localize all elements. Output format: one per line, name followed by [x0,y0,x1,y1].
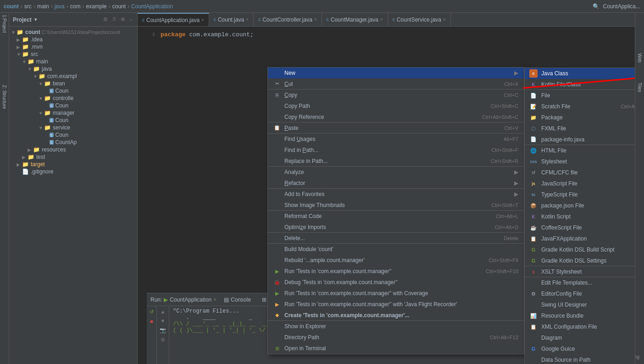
submenu-gradle-settings[interactable]: G Gradle Kotlin DSL Settings [525,255,635,266]
tab-count[interactable]: c Count.java × [209,13,254,27]
menu-item-create-tests[interactable]: ◆ Create 'Tests in 'com.example.count.ma… [268,310,524,321]
submenu-xslt[interactable]: x XSLT Stylesheet [525,266,635,277]
tree-item-src[interactable]: ▼ 📁 src [9,50,137,58]
submenu-js[interactable]: js JavaScript File [525,178,635,189]
restart-button[interactable]: ↺ [149,308,155,316]
submenu-editor-config[interactable]: ⚙ EditorConfig File [525,288,635,299]
search-icon[interactable]: 🔍 [593,3,600,10]
tab-close-button[interactable]: × [443,17,446,22]
submenu-ts[interactable]: ts TypeScript File [525,189,635,200]
submenu-xml[interactable]: 📋 XML Configuration File ▶ [525,321,635,332]
stop-button[interactable]: ■ [149,318,155,325]
scroll-down-button[interactable]: ▼ [159,317,167,325]
submenu-html[interactable]: 🌐 HTML File [525,145,635,156]
submenu-pkg-json[interactable]: 📦 package.json File [525,200,635,211]
bottom-tab-console[interactable]: ▤ Console [220,296,255,304]
tab-countcontroller[interactable]: c CountController.java × [254,13,322,27]
menu-item-debug[interactable]: 🐞 Debug 'Tests in 'com.example.count.man… [268,277,524,288]
menu-item-new[interactable]: New ▶ [268,67,524,78]
panel-settings-button[interactable]: ⚙ [120,16,126,23]
tree-item-test[interactable]: ▶ 📁 test [9,153,137,161]
project-tree[interactable]: ▼ 📁 count C:\Users\86151\IdeaProjects\co… [9,27,137,364]
menu-item-show-explorer[interactable]: Show in Explorer [268,321,524,332]
tree-item-resources[interactable]: ▶ 📁 resources [9,146,137,153]
menu-item-find-path[interactable]: Find in Path... Ctrl+Shift+F [268,145,524,156]
tree-item-countapp[interactable]: c CountAp [9,139,137,146]
tab-countmanager[interactable]: c CountManager.java × [322,13,388,27]
submenu-java-class[interactable]: c Java Class [525,68,635,79]
menu-item-copy-path[interactable]: Copy Path Ctrl+Shift+C [268,101,524,112]
tree-item-coun-ctrl[interactable]: c Coun [9,102,137,109]
run-close-btn[interactable]: × [213,297,217,303]
sites-tab[interactable]: Tiles [637,83,642,92]
submenu-edit-templates[interactable]: Edit File Templates... [525,277,635,288]
submenu-javafx[interactable]: 📋 JavaFXApplication [525,233,635,244]
menu-item-find-usages[interactable]: Find Usages Alt+F7 [268,134,524,145]
menu-item-optimize[interactable]: Optimize Imports Ctrl+Alt+O [268,222,524,233]
menu-item-run-tests[interactable]: ▶ Run 'Tests in 'com.example.count.manag… [268,266,524,277]
submenu-kotlin-class[interactable]: K Kotlin File/Class [525,79,635,90]
submenu-stylesheet[interactable]: css Stylesheet [525,156,635,167]
tree-item-manager[interactable]: ▼ 📁 manager [9,109,137,117]
panel-gear-button[interactable]: ⚙ [102,16,109,23]
menu-item-run-flight[interactable]: ▶ Run 'Tests in 'com.example.count.manag… [268,299,524,310]
tab-close-button[interactable]: × [314,17,317,22]
tab-countservice[interactable]: c CountService.java × [388,13,451,27]
tab-countapplication[interactable]: c CountApplication.java × [138,13,209,27]
panel-layout-button[interactable]: ⠿ [111,16,117,23]
panel-minimize-button[interactable]: − [129,16,133,23]
tree-item-bean[interactable]: ▼ 📁 bean [9,80,137,87]
menu-item-terminal[interactable]: ⊞ Open in Terminal [268,343,524,354]
submenu-swing[interactable]: Swing UI Designer ▶ [525,299,635,310]
menu-item-rebuild[interactable]: Rebuild '...ample.count.manager' Ctrl+Sh… [268,255,524,266]
tree-item-service[interactable]: ▼ 📁 service [9,124,137,131]
menu-item-build[interactable]: Build Module 'count' [268,244,524,255]
tree-item-gitignore[interactable]: 📄 .gitignore [9,168,137,175]
tree-item-main[interactable]: ▼ 📁 main [9,58,137,65]
scroll-up-button[interactable]: ▲ [159,308,167,315]
submenu-file[interactable]: 📄 File [525,90,635,101]
tree-item-java[interactable]: ▼ 📁 java [9,65,137,73]
submenu-guice[interactable]: G Google Guice [525,343,635,354]
menu-item-dir-path[interactable]: Directory Path Ctrl+Alt+F12 [268,332,524,343]
submenu-scratch[interactable]: 📝 Scratch File Ctrl+Alt+Shift+Insert [525,101,635,112]
submenu-package[interactable]: 📁 Package [525,112,635,123]
submenu-coffee[interactable]: ☕ CoffeeScript File [525,222,635,233]
menu-item-cut[interactable]: ✂ Cut Ctrl+X [268,78,524,90]
menu-item-copy[interactable]: ⎘ Copy Ctrl+C [268,90,524,101]
menu-item-paste[interactable]: 📋 Paste Ctrl+V [268,123,524,134]
menu-item-run-coverage[interactable]: ▶ Run 'Tests in 'com.example.count.manag… [268,288,524,299]
tree-item-coun-mgr[interactable]: c Coun [9,117,137,124]
tab-close-button[interactable]: × [201,17,204,22]
submenu-pkg-info[interactable]: 📄 package-info.java [525,134,635,145]
settings-button[interactable]: ⚙ [159,336,167,344]
menu-item-analyze[interactable]: Analyze ▶ [268,167,524,178]
tab-close-button[interactable]: × [380,17,383,22]
tree-item-idea[interactable]: ▶ 📁 .idea [9,36,137,43]
tree-item-comexample[interactable]: ▼ 📁 com.exampl [9,73,137,80]
tree-item-count[interactable]: ▼ 📁 count C:\Users\86151\IdeaProjects\co… [9,28,137,36]
project-sidebar-icon[interactable]: 1:Project [2,15,7,33]
tree-item-coun-svc[interactable]: c Coun [9,131,137,139]
tree-item-controller[interactable]: ▼ 📁 controlle [9,95,137,102]
menu-item-copy-ref[interactable]: Copy Reference Ctrl+Alt+Shift+C [268,112,524,123]
menu-item-delete[interactable]: Delete... Delete [268,233,524,244]
submenu-datasource[interactable]: Data Source in Path [525,354,635,364]
menu-item-favorites[interactable]: Add to Favorites ▶ [268,189,524,200]
structure-icon[interactable]: Z: Structure [2,85,7,109]
tree-item-mvn[interactable]: ▶ 📁 .mvn [9,43,137,50]
submenu-gradle-build[interactable]: G Gradle Kotlin DSL Build Script [525,244,635,255]
camera-button[interactable]: 📷 [159,326,167,334]
menu-item-reformat[interactable]: Reformat Code Ctrl+Alt+L [268,211,524,222]
submenu-resource[interactable]: 📊 Resource Bundle [525,310,635,321]
tree-item-coun-bean[interactable]: c Coun [9,87,137,95]
tab-close-button[interactable]: × [246,17,249,22]
menu-item-replace-path[interactable]: Replace in Path... Ctrl+Shift+R [268,156,524,167]
submenu-cfml[interactable]: cf CFML/CFC file [525,167,635,178]
menu-item-thumbnails[interactable]: Show Image Thumbnails Ctrl+Shift+T [268,200,524,211]
submenu-fxml[interactable]: ⬡ FXML File [525,123,635,134]
submenu-kotlin-script[interactable]: K Kotlin Script [525,211,635,222]
menu-item-refactor[interactable]: Refactor ▶ [268,178,524,189]
panel-dropdown-icon[interactable]: ▼ [33,17,38,22]
breadcrumb-count[interactable]: count [4,3,19,10]
